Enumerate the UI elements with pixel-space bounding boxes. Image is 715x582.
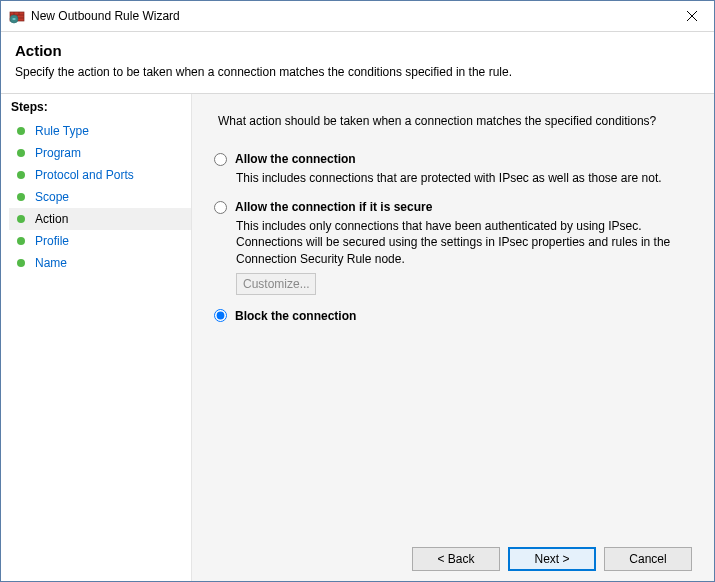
firewall-icon bbox=[9, 8, 25, 24]
step-action[interactable]: Action bbox=[9, 208, 191, 230]
window-title: New Outbound Rule Wizard bbox=[31, 9, 669, 23]
bullet-icon bbox=[17, 193, 25, 201]
customize-button: Customize... bbox=[236, 273, 316, 295]
step-label: Program bbox=[35, 146, 81, 160]
radio-block[interactable] bbox=[214, 309, 227, 322]
step-label: Scope bbox=[35, 190, 69, 204]
option-allow-desc: This includes connections that are prote… bbox=[236, 170, 692, 186]
step-rule-type[interactable]: Rule Type bbox=[9, 120, 191, 142]
step-profile[interactable]: Profile bbox=[9, 230, 191, 252]
back-button[interactable]: < Back bbox=[412, 547, 500, 571]
steps-title: Steps: bbox=[11, 100, 191, 114]
step-label: Name bbox=[35, 256, 67, 270]
close-button[interactable] bbox=[669, 1, 714, 31]
step-label: Protocol and Ports bbox=[35, 168, 134, 182]
option-allow-secure-desc: This includes only connections that have… bbox=[236, 218, 692, 267]
option-block-row[interactable]: Block the connection bbox=[214, 309, 692, 323]
option-allow: Allow the connection This includes conne… bbox=[214, 152, 692, 186]
bullet-icon bbox=[17, 149, 25, 157]
option-allow-secure-row[interactable]: Allow the connection if it is secure bbox=[214, 200, 692, 214]
wizard-header: Action Specify the action to be taken wh… bbox=[1, 32, 714, 94]
steps-sidebar: Steps: Rule Type Program Protocol and Po… bbox=[1, 94, 191, 581]
main-panel: What action should be taken when a conne… bbox=[191, 94, 714, 581]
close-icon bbox=[687, 11, 697, 21]
bullet-icon bbox=[17, 259, 25, 267]
bullet-icon bbox=[17, 171, 25, 179]
step-label: Rule Type bbox=[35, 124, 89, 138]
option-block-title: Block the connection bbox=[235, 309, 356, 323]
radio-allow[interactable] bbox=[214, 153, 227, 166]
step-protocol-ports[interactable]: Protocol and Ports bbox=[9, 164, 191, 186]
bullet-icon bbox=[17, 215, 25, 223]
wizard-footer: < Back Next > Cancel bbox=[214, 537, 692, 571]
page-subtitle: Specify the action to be taken when a co… bbox=[15, 65, 700, 79]
step-label: Profile bbox=[35, 234, 69, 248]
bullet-icon bbox=[17, 127, 25, 135]
action-question: What action should be taken when a conne… bbox=[218, 114, 692, 128]
wizard-body: Steps: Rule Type Program Protocol and Po… bbox=[1, 94, 714, 581]
option-allow-secure: Allow the connection if it is secure Thi… bbox=[214, 200, 692, 295]
option-allow-title: Allow the connection bbox=[235, 152, 356, 166]
radio-allow-secure[interactable] bbox=[214, 201, 227, 214]
option-allow-secure-title: Allow the connection if it is secure bbox=[235, 200, 432, 214]
step-label: Action bbox=[35, 212, 68, 226]
next-button[interactable]: Next > bbox=[508, 547, 596, 571]
step-scope[interactable]: Scope bbox=[9, 186, 191, 208]
option-block: Block the connection bbox=[214, 309, 692, 323]
bullet-icon bbox=[17, 237, 25, 245]
titlebar: New Outbound Rule Wizard bbox=[1, 1, 714, 32]
cancel-button[interactable]: Cancel bbox=[604, 547, 692, 571]
wizard-window: New Outbound Rule Wizard Action Specify … bbox=[0, 0, 715, 582]
step-program[interactable]: Program bbox=[9, 142, 191, 164]
step-name[interactable]: Name bbox=[9, 252, 191, 274]
option-allow-row[interactable]: Allow the connection bbox=[214, 152, 692, 166]
page-heading: Action bbox=[15, 42, 700, 59]
